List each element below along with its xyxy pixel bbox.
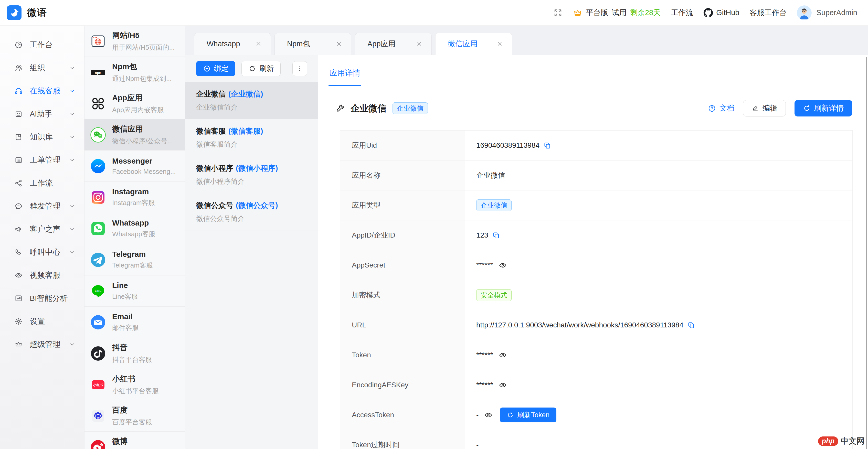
row-label: URL <box>340 310 465 340</box>
chevron-down-icon <box>69 157 75 163</box>
sidebar-item[interactable]: 组织 <box>0 56 84 79</box>
sidebar-item[interactable]: BI智能分析 <box>0 287 84 310</box>
tab[interactable]: Npm包 <box>275 33 351 55</box>
channel-item[interactable]: 微信应用 微信小程序/公众号... <box>85 119 185 151</box>
channel-desc: 百度平台客服 <box>112 418 152 427</box>
sidebar-item[interactable]: 超级管理 <box>0 333 84 356</box>
channel-item[interactable]: Instagram Instagram客服 <box>85 182 185 213</box>
sidebar-item[interactable]: 客户之声 <box>0 218 84 240</box>
svg-text:npm: npm <box>95 70 101 74</box>
tab-app-detail[interactable]: 应用详情 <box>330 68 360 86</box>
sidebar-item[interactable]: 工作流 <box>0 171 84 195</box>
fullscreen-icon[interactable] <box>553 8 563 18</box>
channel-name: 抖音 <box>112 343 152 353</box>
wechat-icon <box>90 127 106 143</box>
copy-icon[interactable] <box>687 321 695 329</box>
sidebar-item[interactable]: 呼叫中心 <box>0 240 84 264</box>
bound-app-item[interactable]: 企业微信(企业微信) 企业微信简介 <box>185 82 318 119</box>
chevron-down-icon <box>69 88 75 94</box>
copy-icon[interactable] <box>492 231 500 239</box>
vertical-scrollbar[interactable] <box>866 57 867 449</box>
plan-info[interactable]: 平台版 试用 剩余28天 <box>573 8 660 18</box>
detail-panel: 应用详情 企业微信 企业微信 文档 编辑 刷 <box>318 55 868 449</box>
refresh-button[interactable]: 刷新 <box>242 61 281 76</box>
channel-name: 百度 <box>112 405 152 415</box>
chevron-down-icon <box>69 65 75 71</box>
row-label: Token <box>340 340 465 370</box>
channel-item[interactable]: 小红书 小红书 小红书平台客服 <box>85 369 185 400</box>
channel-item[interactable]: 微博 微博平台客服 <box>85 431 185 449</box>
row-value: ****** <box>476 381 493 389</box>
channel-name: Messenger <box>112 157 176 165</box>
row-label: EncodingAESKey <box>340 370 465 400</box>
sidebar-item[interactable]: 视频客服 <box>0 264 84 287</box>
row-value: - <box>476 411 478 419</box>
refresh-detail-button[interactable]: 刷新详情 <box>795 100 852 117</box>
chat-icon <box>14 202 23 211</box>
sidebar-item[interactable]: 工单管理 <box>0 149 84 171</box>
close-icon[interactable] <box>335 40 342 47</box>
workbench-link[interactable]: 客服工作台 <box>749 8 786 18</box>
channel-name: Instagram <box>112 187 155 196</box>
sidebar-item[interactable]: 群发管理 <box>0 195 84 218</box>
channel-item[interactable]: Messenger Facebook Messeng... <box>85 151 185 182</box>
channel-item[interactable]: npm Npm包 通过Npm包集成到... <box>85 57 185 88</box>
instagram-icon <box>90 189 106 205</box>
tab[interactable]: App应用 <box>355 33 432 55</box>
sidebar-item[interactable]: 设置 <box>0 310 84 333</box>
bind-button[interactable]: 绑定 <box>196 61 235 76</box>
edit-button[interactable]: 编辑 <box>743 100 786 117</box>
more-vertical-icon <box>296 65 304 72</box>
close-icon[interactable] <box>496 40 503 47</box>
plus-circle-icon <box>203 65 211 72</box>
github-link[interactable]: GitHub <box>703 8 739 18</box>
channel-list: 网站/H5 用于网站/H5页面的... npm Npm包 通过Npm包集成到..… <box>85 26 185 449</box>
eye-icon[interactable] <box>498 351 507 359</box>
copy-icon[interactable] <box>543 141 551 150</box>
doc-link[interactable]: 文档 <box>708 103 734 114</box>
plan-name: 平台版 <box>586 8 608 18</box>
bind-items: 企业微信(企业微信) 企业微信简介 微信客服(微信客服) 微信客服简介 微信小程… <box>185 82 318 230</box>
brand: 微语 <box>7 5 47 20</box>
table-row: 加密模式 安全模式 <box>340 280 852 310</box>
more-options-button[interactable] <box>292 61 307 76</box>
channel-item[interactable]: App应用 App应用内嵌客服 <box>85 88 185 119</box>
bound-app-item[interactable]: 微信小程序(微信小程序) 微信小程序简介 <box>185 156 318 193</box>
bound-app-item[interactable]: 微信公众号(微信公众号) 微信公众号简介 <box>185 193 318 230</box>
user-menu[interactable]: SuperAdmin <box>797 5 857 20</box>
close-icon[interactable] <box>416 40 423 47</box>
bound-app-desc: 企业微信简介 <box>196 103 307 112</box>
channel-item[interactable]: Email 邮件客服 <box>85 307 185 338</box>
close-icon[interactable] <box>255 40 262 47</box>
eye-icon[interactable] <box>498 261 507 269</box>
row-label: AppID/企业ID <box>340 220 465 250</box>
table-row: EncodingAESKey ****** <box>340 370 852 400</box>
channel-desc: App应用内嵌客服 <box>112 105 164 115</box>
robot-icon <box>14 110 23 118</box>
channel-item[interactable]: 网站/H5 用于网站/H5页面的... <box>85 26 185 57</box>
channel-item[interactable]: Telegram Telegram客服 <box>85 244 185 276</box>
sidebar-item[interactable]: AI助手 <box>0 102 84 125</box>
avatar <box>797 5 812 20</box>
chevron-down-icon <box>69 249 75 255</box>
sidebar-item-label: 在线客服 <box>30 86 69 96</box>
sidebar-item[interactable]: 知识库 <box>0 125 84 149</box>
channel-desc: Facebook Messeng... <box>112 168 176 175</box>
tab[interactable]: Whatsapp <box>194 33 271 55</box>
watermark: php 中文网 <box>818 436 864 446</box>
channel-item[interactable]: du 百度 百度平台客服 <box>85 400 185 431</box>
row-value: 企业微信 <box>476 170 505 180</box>
sidebar-item[interactable]: 工作台 <box>0 33 84 56</box>
refresh-token-button[interactable]: 刷新Token <box>500 408 556 422</box>
bound-app-item[interactable]: 微信客服(微信客服) 微信客服简介 <box>185 119 318 156</box>
eye-icon[interactable] <box>498 381 507 389</box>
eye-icon[interactable] <box>484 411 493 419</box>
channel-item[interactable]: 抖音 抖音平台客服 <box>85 338 185 369</box>
tab[interactable]: 微信应用 <box>435 33 512 55</box>
channel-item[interactable]: Whatsapp Whatsapp客服 <box>85 213 185 244</box>
sidebar-item[interactable]: 在线客服 <box>0 79 84 102</box>
sidebar-item-label: 设置 <box>30 316 75 327</box>
channel-item[interactable]: LINE Line Line客服 <box>85 276 185 307</box>
workflow-link[interactable]: 工作流 <box>671 8 693 18</box>
gear-icon <box>14 317 23 326</box>
